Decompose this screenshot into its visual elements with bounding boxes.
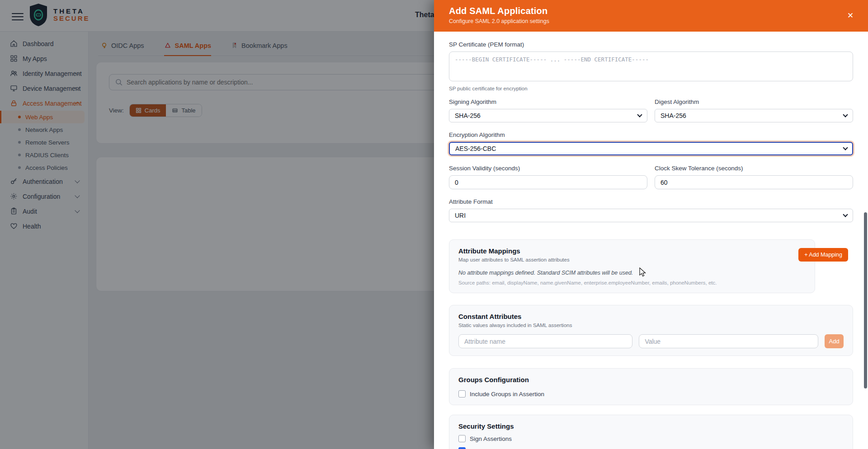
attribute-mappings-subtitle: Map user attributes to SAML assertion at…	[458, 257, 806, 262]
checkbox-checked-icon[interactable]	[458, 447, 466, 449]
clock-skew-label: Clock Skew Tolerance (seconds)	[655, 165, 853, 172]
constant-attribute-name-input[interactable]	[458, 334, 632, 348]
constant-attributes-subtitle: Static values always included in SAML as…	[458, 323, 844, 328]
drawer-header: Add SAML Application Configure SAML 2.0 …	[434, 0, 868, 32]
add-saml-application-drawer: Add SAML Application Configure SAML 2.0 …	[434, 0, 868, 449]
sp-certificate-label: SP Certificate (PEM format)	[449, 41, 853, 48]
digest-algorithm-select[interactable]: SHA-256	[655, 109, 853, 122]
constant-attributes-title: Constant Attributes	[458, 313, 844, 320]
scrollbar-thumb[interactable]	[864, 212, 867, 388]
sign-assertions-checkbox-row[interactable]: Sign Assertions	[458, 435, 844, 442]
signing-algorithm-select[interactable]: SHA-256	[449, 109, 647, 122]
signing-algorithm-label: Signing Algorithm	[449, 98, 647, 105]
groups-configuration-card: Groups Configuration Include Groups in A…	[449, 368, 853, 405]
security-settings-card: Security Settings Sign Assertions Sign R…	[449, 415, 853, 449]
security-settings-title: Security Settings	[458, 422, 844, 430]
attribute-format-select[interactable]: URI	[449, 209, 853, 222]
attribute-mappings-card: Attribute Mappings Map user attributes t…	[449, 239, 815, 293]
close-icon[interactable]: ✕	[845, 11, 855, 21]
include-groups-checkbox-row[interactable]: Include Groups in Assertion	[458, 390, 844, 398]
constant-attribute-value-input[interactable]	[639, 334, 818, 348]
drawer-scrollbar[interactable]	[863, 0, 867, 449]
attribute-format-label: Attribute Format	[449, 198, 853, 205]
attribute-mappings-source-paths: Source paths: email, displayName, name.g…	[458, 280, 806, 285]
session-validity-input[interactable]	[449, 175, 647, 189]
session-validity-label: Session Validity (seconds)	[449, 165, 647, 172]
groups-configuration-title: Groups Configuration	[458, 376, 844, 384]
add-mapping-button[interactable]: + Add Mapping	[798, 248, 848, 262]
sp-certificate-textarea[interactable]	[449, 51, 853, 81]
encryption-algorithm-select[interactable]: AES-256-CBC	[449, 142, 853, 155]
clock-skew-input[interactable]	[655, 175, 853, 189]
include-groups-label: Include Groups in Assertion	[470, 391, 544, 398]
encryption-algorithm-label: Encryption Algorithm	[449, 131, 853, 138]
attribute-mappings-title: Attribute Mappings	[458, 247, 806, 255]
sign-responses-checkbox-row[interactable]: Sign Responses	[458, 447, 844, 449]
constant-attributes-card: Constant Attributes Static values always…	[449, 305, 853, 356]
drawer-title: Add SAML Application	[449, 6, 853, 16]
checkbox-icon[interactable]	[458, 390, 466, 398]
attribute-mappings-empty-note: No attribute mappings defined. Standard …	[458, 270, 806, 276]
mouse-cursor-icon	[639, 267, 646, 277]
screen: THETA SECURE ThetaS Dashboard My Apps Id…	[0, 0, 868, 449]
sp-certificate-helper: SP public certificate for encryption	[449, 86, 853, 91]
checkbox-label: Sign Responses	[470, 448, 514, 449]
drawer-body: SP Certificate (PEM format) SP public ce…	[434, 32, 868, 449]
digest-algorithm-label: Digest Algorithm	[655, 98, 853, 105]
checkbox-label: Sign Assertions	[470, 435, 512, 442]
add-constant-attribute-button[interactable]: Add	[825, 334, 844, 348]
drawer-subtitle: Configure SAML 2.0 application settings	[449, 18, 853, 24]
checkbox-icon[interactable]	[458, 435, 466, 442]
